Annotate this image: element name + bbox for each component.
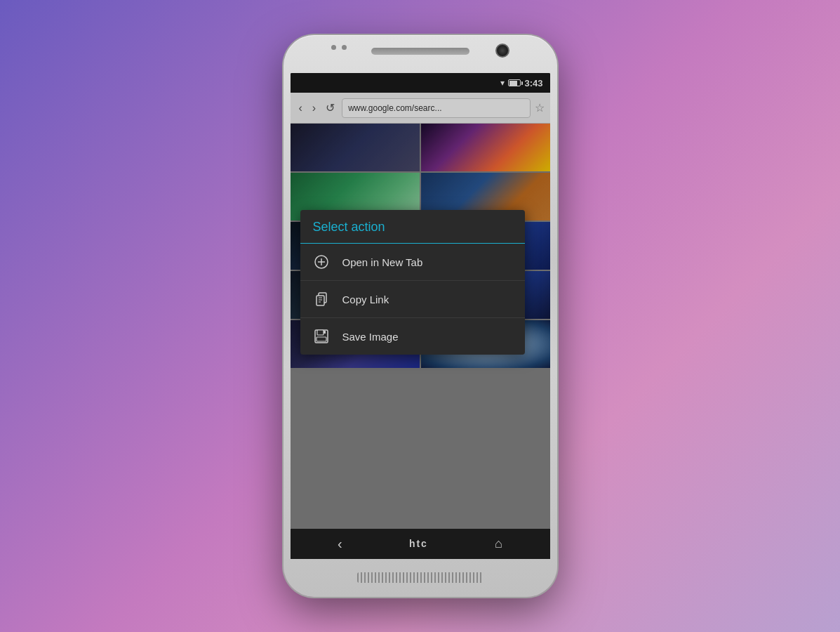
phone-bottom-grille [284, 559, 557, 597]
copy-link-label: Copy Link [342, 294, 389, 305]
svg-rect-9 [317, 330, 324, 335]
phone-device: ▾ 3:43 ‹ › ↺ www.google.com/searc... ☆ [284, 35, 557, 597]
open-in-new-tab-icon [313, 254, 330, 270]
nav-back-button[interactable]: ‹ [338, 536, 342, 552]
dot-1 [331, 45, 336, 50]
bottom-nav-bar: ‹ htc ⌂ [291, 529, 550, 559]
svg-rect-11 [316, 337, 326, 341]
menu-item-open-new-tab[interactable]: Open in New Tab [300, 244, 525, 281]
speaker-grille [357, 572, 484, 583]
screen-content: ▾ 3:43 ‹ › ↺ www.google.com/searc... ☆ [291, 73, 550, 529]
context-menu-title: Select action [300, 210, 525, 244]
dot-2 [342, 45, 347, 50]
menu-item-copy-link[interactable]: Copy Link [300, 281, 525, 318]
phone-speaker [371, 48, 469, 55]
nav-home-button[interactable]: ⌂ [495, 536, 502, 551]
phone-dots [331, 45, 347, 50]
save-image-label: Save Image [342, 331, 399, 343]
open-new-tab-label: Open in New Tab [342, 256, 423, 268]
svg-rect-4 [316, 296, 324, 305]
phone-camera [495, 44, 509, 58]
htc-brand-logo: htc [409, 538, 428, 549]
context-menu-overlay[interactable]: Select action Open in New Tab [291, 73, 550, 529]
phone-top-bar [284, 35, 557, 73]
context-menu: Select action Open in New Tab [300, 210, 525, 355]
menu-item-save-image[interactable]: Save Image [300, 318, 525, 355]
svg-rect-10 [324, 331, 326, 334]
copy-link-icon [313, 291, 330, 308]
phone-screen: ▾ 3:43 ‹ › ↺ www.google.com/searc... ☆ [291, 73, 550, 529]
save-image-icon [313, 328, 330, 345]
